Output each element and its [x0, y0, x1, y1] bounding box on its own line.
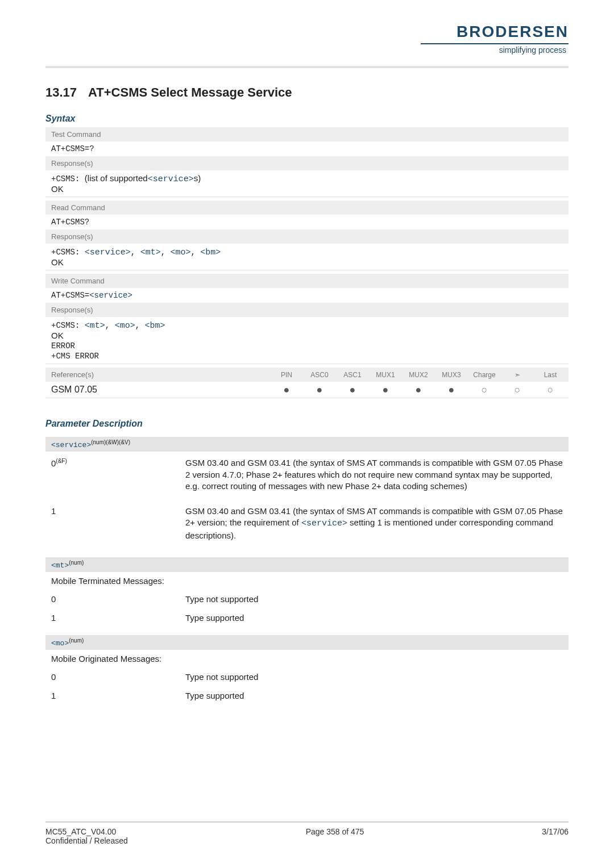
param-mo-sup: (num): [69, 637, 84, 644]
mt-title: Mobile Terminated Messages:: [51, 575, 172, 587]
write-p2: <mo>: [115, 321, 135, 331]
brand-name: BRODERSEN: [421, 23, 569, 41]
mt-k0: 0: [51, 594, 172, 605]
dot-arrow: ○: [505, 385, 530, 395]
service-1-param: <service>: [301, 519, 347, 528]
read-pre: +CSMS:: [51, 248, 85, 257]
col-charge: Charge: [472, 371, 497, 379]
mt-v0: Type not supported: [185, 594, 563, 605]
write-err1: ERROR: [51, 341, 75, 350]
param-service-name: <service>: [51, 441, 91, 449]
reference-row: GSM 07.05 ● ● ● ● ● ● ○ ○ ○: [45, 382, 569, 398]
col-pin: PIN: [274, 371, 299, 379]
col-arrow-icon: ➣: [505, 371, 530, 379]
read-response: +CSMS: <service>, <mt>, <mo>, <bm> OK: [45, 244, 569, 270]
col-mux2: MUX2: [406, 371, 431, 379]
reference-label: Reference(s): [51, 370, 274, 379]
header: BRODERSEN simplifying process: [45, 23, 569, 56]
write-label: Write Command: [45, 274, 569, 288]
section-name: AT+CSMS Select Message Service: [88, 85, 292, 100]
write-p1: <mt>: [85, 321, 105, 331]
section-title: 13.17 AT+CSMS Select Message Service: [45, 85, 569, 100]
col-asc0: ASC0: [307, 371, 332, 379]
param-mt-sup: (num): [69, 560, 84, 566]
read-ok: OK: [51, 257, 64, 267]
section-number: 13.17: [45, 85, 77, 100]
col-mux3: MUX3: [439, 371, 464, 379]
col-asc1: ASC1: [340, 371, 365, 379]
param-service-key0: 0(&F): [51, 457, 172, 492]
param-service-sup: (num)(&W)(&V): [91, 439, 130, 445]
read-p3: <mo>: [170, 248, 190, 257]
test-command-box: Test Command AT+CSMS=? Response(s) +CSMS…: [45, 127, 569, 197]
param-service-val1: GSM 03.40 and GSM 03.41 (the syntax of S…: [185, 506, 563, 541]
read-p4: <bm>: [200, 248, 221, 257]
test-response-label: Response(s): [45, 156, 569, 170]
reference-value: GSM 07.05: [51, 385, 274, 395]
read-cmd: AT+CSMS?: [45, 215, 569, 229]
write-cmd-param: <service>: [89, 291, 132, 300]
dot-mux1: ●: [373, 385, 398, 395]
param-mo-name: <mo>: [51, 639, 69, 648]
param-heading: Parameter Description: [45, 419, 569, 429]
dot-asc0: ●: [307, 385, 332, 395]
footer-page: Page 358 of 475: [306, 827, 364, 845]
mo-v1: Type supported: [185, 690, 563, 702]
mo-title: Mobile Originated Messages:: [51, 653, 172, 665]
test-resp-param: <service>: [148, 174, 194, 184]
footer-doc: MC55_ATC_V04.00: [45, 827, 116, 836]
page: BRODERSEN simplifying process 13.17 AT+C…: [0, 0, 614, 868]
mo-v0: Type not supported: [185, 671, 563, 683]
dot-pin: ●: [274, 385, 299, 395]
dot-asc1: ●: [340, 385, 365, 395]
mo-k1: 1: [51, 690, 172, 702]
mo-k0: 0: [51, 671, 172, 683]
footer-rule: [45, 821, 569, 823]
service-0-sup: (&F): [56, 458, 67, 464]
test-ok: OK: [51, 184, 64, 194]
dot-charge: ○: [472, 385, 497, 395]
param-service-row0: 0(&F) GSM 03.40 and GSM 03.41 (the synta…: [45, 452, 569, 500]
footer-left: MC55_ATC_V04.00 Confidential / Released: [45, 827, 128, 845]
write-response: +CSMS: <mt>, <mo>, <bm> OK ERROR +CMS ER…: [45, 317, 569, 364]
write-cmd-pre: AT+CSMS=: [51, 291, 89, 300]
syntax-heading: Syntax: [45, 114, 569, 124]
write-command-box: Write Command AT+CSMS=<service> Response…: [45, 274, 569, 364]
col-mux1: MUX1: [373, 371, 398, 379]
param-mo-header: <mo>(num): [45, 635, 569, 650]
param-mt-body: Mobile Terminated Messages: 0Type not su…: [45, 572, 569, 627]
footer-row: MC55_ATC_V04.00 Confidential / Released …: [45, 827, 569, 845]
param-service-row1: 1 GSM 03.40 and GSM 03.41 (the syntax of…: [45, 500, 569, 549]
footer: MC55_ATC_V04.00 Confidential / Released …: [45, 821, 569, 845]
write-cmd: AT+CSMS=<service>: [45, 288, 569, 303]
param-service-header: <service>(num)(&W)(&V): [45, 437, 569, 452]
param-mt-header: <mt>(num): [45, 557, 569, 572]
param-mt-name: <mt>: [51, 561, 69, 570]
test-resp-mid: (list of supported: [85, 173, 148, 183]
test-label: Test Command: [45, 127, 569, 141]
param-service-val0: GSM 03.40 and GSM 03.41 (the syntax of S…: [185, 457, 563, 492]
reference-dots: ● ● ● ● ● ● ○ ○ ○: [274, 385, 563, 395]
read-command-box: Read Command AT+CSMS? Response(s) +CSMS:…: [45, 201, 569, 270]
write-response-label: Response(s): [45, 303, 569, 317]
brand-block: BRODERSEN simplifying process: [421, 23, 569, 56]
test-resp-pre: +CSMS:: [51, 174, 85, 183]
write-err2: +CMS ERROR: [51, 352, 99, 361]
test-cmd: AT+CSMS=?: [45, 141, 569, 156]
write-p3: <bm>: [144, 321, 165, 331]
footer-status: Confidential / Released: [45, 836, 128, 845]
dot-last: ○: [538, 385, 563, 395]
param-mo-body: Mobile Originated Messages: 0Type not su…: [45, 650, 569, 705]
top-rule: [45, 66, 569, 68]
brand-tagline: simplifying process: [421, 45, 569, 55]
write-ok: OK: [51, 331, 64, 340]
read-p1: <service>: [85, 248, 131, 257]
reference-columns: PIN ASC0 ASC1 MUX1 MUX2 MUX3 Charge ➣ La…: [274, 371, 563, 379]
read-label: Read Command: [45, 201, 569, 215]
param-service-key1: 1: [51, 506, 172, 541]
mt-k1: 1: [51, 612, 172, 624]
footer-date: 3/17/06: [542, 827, 569, 845]
brand-divider: [421, 43, 569, 44]
test-resp-suf: s): [194, 173, 201, 183]
dot-mux3: ●: [439, 385, 464, 395]
